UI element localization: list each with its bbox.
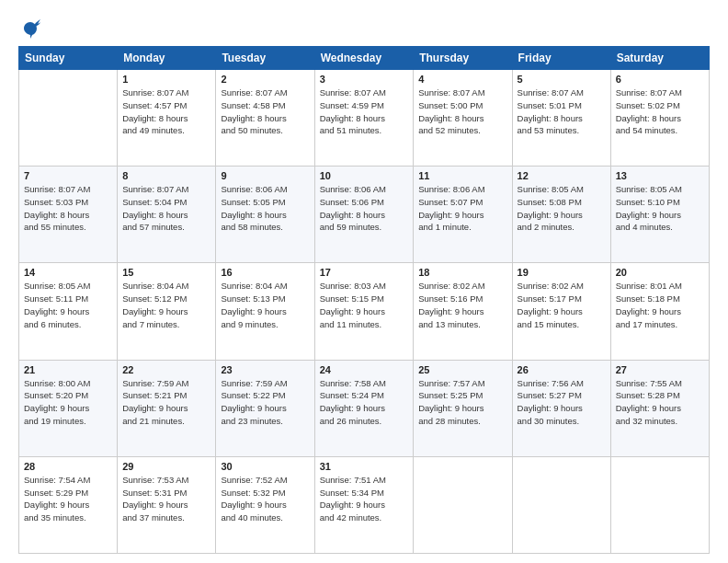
calendar-header-friday: Friday xyxy=(512,47,610,70)
calendar-cell: 1Sunrise: 8:07 AMSunset: 4:57 PMDaylight… xyxy=(118,70,216,167)
day-number: 9 xyxy=(221,170,309,181)
calendar-cell xyxy=(512,456,610,553)
page: SundayMondayTuesdayWednesdayThursdayFrid… xyxy=(0,0,728,563)
day-number: 22 xyxy=(122,364,210,375)
calendar-cell: 9Sunrise: 8:06 AMSunset: 5:05 PMDaylight… xyxy=(216,167,314,263)
calendar-cell: 26Sunrise: 7:56 AMSunset: 5:27 PMDayligh… xyxy=(512,360,610,456)
day-info: Sunrise: 7:55 AMSunset: 5:28 PMDaylight:… xyxy=(616,377,704,428)
day-info: Sunrise: 8:07 AMSunset: 4:59 PMDaylight:… xyxy=(320,86,409,137)
day-info: Sunrise: 8:07 AMSunset: 4:57 PMDaylight:… xyxy=(122,86,210,137)
day-info: Sunrise: 8:07 AMSunset: 5:01 PMDaylight:… xyxy=(518,86,606,137)
calendar-cell: 7Sunrise: 8:07 AMSunset: 5:03 PMDaylight… xyxy=(19,167,118,263)
calendar-cell: 15Sunrise: 8:04 AMSunset: 5:12 PMDayligh… xyxy=(118,263,216,360)
calendar-cell: 11Sunrise: 8:06 AMSunset: 5:07 PMDayligh… xyxy=(414,167,512,263)
day-number: 21 xyxy=(24,364,112,375)
calendar-cell: 3Sunrise: 8:07 AMSunset: 4:59 PMDaylight… xyxy=(314,70,414,167)
day-info: Sunrise: 7:54 AMSunset: 5:29 PMDaylight:… xyxy=(24,474,112,524)
day-number: 27 xyxy=(616,364,704,375)
day-info: Sunrise: 7:59 AMSunset: 5:21 PMDaylight:… xyxy=(122,377,210,428)
calendar-cell: 17Sunrise: 8:03 AMSunset: 5:15 PMDayligh… xyxy=(314,263,414,360)
day-info: Sunrise: 8:05 AMSunset: 5:11 PMDaylight:… xyxy=(24,280,112,330)
day-number: 7 xyxy=(24,170,112,181)
day-number: 29 xyxy=(122,461,210,472)
calendar-week-row: 7Sunrise: 8:07 AMSunset: 5:03 PMDaylight… xyxy=(19,167,710,263)
calendar-header-monday: Monday xyxy=(118,47,216,70)
day-number: 3 xyxy=(320,74,409,85)
day-info: Sunrise: 7:57 AMSunset: 5:25 PMDaylight:… xyxy=(418,377,506,428)
calendar-cell: 10Sunrise: 8:06 AMSunset: 5:06 PMDayligh… xyxy=(314,167,414,263)
calendar-cell: 25Sunrise: 7:57 AMSunset: 5:25 PMDayligh… xyxy=(414,360,512,456)
day-number: 15 xyxy=(122,267,210,278)
calendar-cell: 20Sunrise: 8:01 AMSunset: 5:18 PMDayligh… xyxy=(610,263,709,360)
day-info: Sunrise: 8:04 AMSunset: 5:13 PMDaylight:… xyxy=(221,280,309,330)
day-info: Sunrise: 8:07 AMSunset: 5:04 PMDaylight:… xyxy=(122,183,210,234)
calendar-header-tuesday: Tuesday xyxy=(216,47,314,70)
day-number: 16 xyxy=(221,267,309,278)
day-info: Sunrise: 8:07 AMSunset: 5:03 PMDaylight:… xyxy=(24,183,112,234)
day-info: Sunrise: 8:02 AMSunset: 5:17 PMDaylight:… xyxy=(518,280,606,330)
day-info: Sunrise: 8:05 AMSunset: 5:10 PMDaylight:… xyxy=(616,183,704,234)
day-number: 17 xyxy=(320,267,409,278)
calendar-cell: 16Sunrise: 8:04 AMSunset: 5:13 PMDayligh… xyxy=(216,263,314,360)
day-info: Sunrise: 7:59 AMSunset: 5:22 PMDaylight:… xyxy=(221,377,309,428)
day-info: Sunrise: 8:07 AMSunset: 5:02 PMDaylight:… xyxy=(616,86,704,137)
calendar-cell: 31Sunrise: 7:51 AMSunset: 5:34 PMDayligh… xyxy=(314,456,414,553)
day-number: 25 xyxy=(418,364,506,375)
day-number: 1 xyxy=(122,74,210,85)
day-number: 12 xyxy=(518,170,606,181)
calendar-cell: 6Sunrise: 8:07 AMSunset: 5:02 PMDaylight… xyxy=(610,70,709,167)
calendar-cell: 22Sunrise: 7:59 AMSunset: 5:21 PMDayligh… xyxy=(118,360,216,456)
day-number: 4 xyxy=(418,74,506,85)
day-info: Sunrise: 8:01 AMSunset: 5:18 PMDaylight:… xyxy=(616,280,704,330)
calendar-week-row: 1Sunrise: 8:07 AMSunset: 4:57 PMDaylight… xyxy=(19,70,710,167)
day-info: Sunrise: 7:58 AMSunset: 5:24 PMDaylight:… xyxy=(320,377,409,428)
day-number: 11 xyxy=(418,170,506,181)
calendar-cell: 27Sunrise: 7:55 AMSunset: 5:28 PMDayligh… xyxy=(610,360,709,456)
header xyxy=(18,18,710,39)
calendar-week-row: 14Sunrise: 8:05 AMSunset: 5:11 PMDayligh… xyxy=(19,263,710,360)
day-info: Sunrise: 8:06 AMSunset: 5:05 PMDaylight:… xyxy=(221,183,309,234)
day-number: 30 xyxy=(221,461,309,472)
day-number: 24 xyxy=(320,364,409,375)
calendar-week-row: 28Sunrise: 7:54 AMSunset: 5:29 PMDayligh… xyxy=(19,456,710,553)
calendar-table: SundayMondayTuesdayWednesdayThursdayFrid… xyxy=(18,46,710,554)
calendar-cell: 21Sunrise: 8:00 AMSunset: 5:20 PMDayligh… xyxy=(19,360,118,456)
calendar-header-thursday: Thursday xyxy=(414,47,512,70)
calendar-cell: 29Sunrise: 7:53 AMSunset: 5:31 PMDayligh… xyxy=(118,456,216,553)
calendar-cell: 13Sunrise: 8:05 AMSunset: 5:10 PMDayligh… xyxy=(610,167,709,263)
day-number: 13 xyxy=(616,170,704,181)
calendar-header-row: SundayMondayTuesdayWednesdayThursdayFrid… xyxy=(19,47,710,70)
day-number: 23 xyxy=(221,364,309,375)
day-info: Sunrise: 8:07 AMSunset: 5:00 PMDaylight:… xyxy=(418,86,506,137)
calendar-cell: 24Sunrise: 7:58 AMSunset: 5:24 PMDayligh… xyxy=(314,360,414,456)
calendar-cell: 23Sunrise: 7:59 AMSunset: 5:22 PMDayligh… xyxy=(216,360,314,456)
day-info: Sunrise: 8:04 AMSunset: 5:12 PMDaylight:… xyxy=(122,280,210,330)
calendar-header-wednesday: Wednesday xyxy=(314,47,414,70)
day-info: Sunrise: 8:02 AMSunset: 5:16 PMDaylight:… xyxy=(418,280,506,330)
day-number: 2 xyxy=(221,74,309,85)
day-number: 6 xyxy=(616,74,704,85)
calendar-cell: 2Sunrise: 8:07 AMSunset: 4:58 PMDaylight… xyxy=(216,70,314,167)
calendar-cell: 5Sunrise: 8:07 AMSunset: 5:01 PMDaylight… xyxy=(512,70,610,167)
day-info: Sunrise: 7:56 AMSunset: 5:27 PMDaylight:… xyxy=(518,377,606,428)
calendar-cell xyxy=(19,70,118,167)
day-info: Sunrise: 8:05 AMSunset: 5:08 PMDaylight:… xyxy=(518,183,606,234)
calendar-cell: 18Sunrise: 8:02 AMSunset: 5:16 PMDayligh… xyxy=(414,263,512,360)
day-info: Sunrise: 7:52 AMSunset: 5:32 PMDaylight:… xyxy=(221,474,309,524)
calendar-cell: 14Sunrise: 8:05 AMSunset: 5:11 PMDayligh… xyxy=(19,263,118,360)
logo-bird-icon xyxy=(20,18,40,39)
day-number: 28 xyxy=(24,461,112,472)
day-number: 5 xyxy=(518,74,606,85)
calendar-header-saturday: Saturday xyxy=(610,47,709,70)
day-number: 10 xyxy=(320,170,409,181)
day-info: Sunrise: 8:07 AMSunset: 4:58 PMDaylight:… xyxy=(221,86,309,137)
calendar-cell: 19Sunrise: 8:02 AMSunset: 5:17 PMDayligh… xyxy=(512,263,610,360)
day-number: 26 xyxy=(518,364,606,375)
day-info: Sunrise: 8:06 AMSunset: 5:07 PMDaylight:… xyxy=(418,183,506,234)
day-number: 19 xyxy=(518,267,606,278)
day-number: 18 xyxy=(418,267,506,278)
day-number: 20 xyxy=(616,267,704,278)
day-info: Sunrise: 8:00 AMSunset: 5:20 PMDaylight:… xyxy=(24,377,112,428)
calendar-cell xyxy=(610,456,709,553)
calendar-cell: 30Sunrise: 7:52 AMSunset: 5:32 PMDayligh… xyxy=(216,456,314,553)
